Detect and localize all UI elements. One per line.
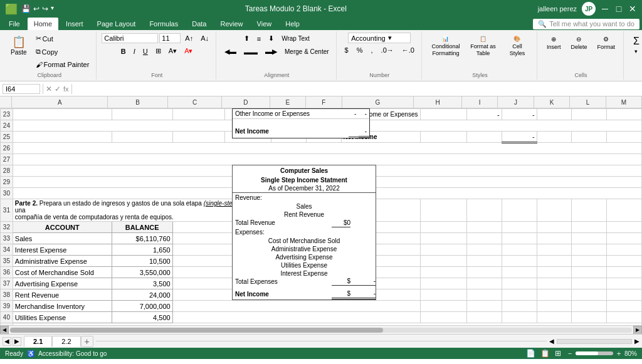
r25-a[interactable] <box>13 132 112 143</box>
r38-a[interactable]: Rent Revenue <box>13 289 112 301</box>
tab-data[interactable]: Data <box>186 18 213 30</box>
tab-help[interactable]: Help <box>279 18 306 30</box>
r37-b[interactable]: 3,500 <box>112 278 172 289</box>
format-cells-button[interactable]: ⚙ Format <box>592 33 619 69</box>
tab-home[interactable]: Home <box>28 18 58 30</box>
col-header-f[interactable]: F <box>306 96 342 108</box>
cut-button[interactable]: ✂ Cut <box>33 33 93 44</box>
r40-b[interactable]: 4,500 <box>112 312 172 323</box>
add-sheet-button[interactable]: + <box>81 336 93 347</box>
merge-center-button[interactable]: Merge & Center <box>282 46 332 57</box>
increase-font-button[interactable]: A↑ <box>182 33 196 44</box>
view-layout-icon[interactable]: 📋 <box>540 349 550 358</box>
r34-a[interactable]: Interest Expense <box>13 244 112 256</box>
insert-cells-button[interactable]: ⊕ Insert <box>542 33 566 69</box>
fill-color-button[interactable]: A▾ <box>166 45 180 57</box>
format-as-table-button[interactable]: 📋 Format as Table <box>466 33 500 69</box>
format-painter-button[interactable]: 🖌 Format Painter <box>33 59 93 70</box>
col-header-a[interactable]: A <box>12 96 108 108</box>
r38-b[interactable]: 24,000 <box>112 289 172 301</box>
scroll-right-btn[interactable]: ▶ <box>633 326 642 335</box>
r34-b[interactable]: 1,650 <box>112 244 172 256</box>
align-bottom-button[interactable]: ⬇ <box>265 33 277 44</box>
col-header-c[interactable]: C <box>168 96 222 108</box>
formula-input[interactable] <box>75 85 639 93</box>
r23-a[interactable] <box>13 109 112 120</box>
r23-m[interactable] <box>607 109 642 120</box>
cell-styles-button[interactable]: 🎨 Cell Styles <box>502 33 533 69</box>
col-header-j[interactable]: J <box>498 96 534 108</box>
align-middle-button[interactable]: ≡ <box>254 33 264 44</box>
col-header-k[interactable]: K <box>534 96 570 108</box>
close-icon[interactable]: ✕ <box>628 4 637 13</box>
percent-button[interactable]: % <box>354 44 366 56</box>
r39-a[interactable]: Merchandise Inventory <box>13 301 112 312</box>
save-icon[interactable]: 💾 <box>21 4 31 13</box>
insert-function-icon[interactable]: fx <box>63 85 69 93</box>
h-scrollbar[interactable]: ◀ ▶ <box>0 325 642 334</box>
wrap-text-button[interactable]: Wrap Text <box>278 33 313 44</box>
view-break-icon[interactable]: ⊞ <box>555 349 561 358</box>
r25-b[interactable] <box>112 132 172 143</box>
r23-j[interactable]: - <box>502 109 537 120</box>
font-size-input[interactable] <box>159 33 181 43</box>
view-normal-icon[interactable]: 📄 <box>526 349 535 358</box>
font-color-button[interactable]: A▾ <box>181 45 196 57</box>
undo-icon[interactable]: ↩ <box>33 4 39 13</box>
r25-h[interactable] <box>420 132 466 143</box>
tab-view[interactable]: View <box>251 18 278 30</box>
decrease-font-button[interactable]: A↓ <box>197 33 212 44</box>
redo-icon[interactable]: ↪ <box>42 4 48 13</box>
r32-balance[interactable]: BALANCE <box>112 222 172 233</box>
paste-button[interactable]: 📋 Paste <box>6 33 31 70</box>
border-button[interactable]: ⊞ <box>152 45 164 57</box>
scroll-left-btn[interactable]: ◀ <box>0 326 9 335</box>
col-header-i[interactable]: I <box>462 96 498 108</box>
r39-b[interactable]: 7,000,000 <box>112 301 172 312</box>
col-header-d[interactable]: D <box>222 96 270 108</box>
r23-i[interactable]: - <box>466 109 502 120</box>
sheet-tab-2-1[interactable]: 2.1 <box>24 336 52 347</box>
h-scroll-thumb[interactable] <box>10 328 383 333</box>
confirm-formula-icon[interactable]: ✓ <box>55 85 61 93</box>
align-left-button[interactable]: ◀▬ <box>221 46 239 58</box>
col-header-b[interactable]: B <box>108 96 168 108</box>
underline-button[interactable]: U <box>140 46 151 57</box>
r33-a[interactable]: Sales <box>13 233 112 244</box>
maximize-icon[interactable]: □ <box>614 4 623 13</box>
col-header-g[interactable]: G <box>342 96 414 108</box>
cancel-formula-icon[interactable]: ✕ <box>46 85 52 93</box>
tab-insert[interactable]: Insert <box>60 18 90 30</box>
user-name[interactable]: jalleen perez <box>538 5 577 13</box>
scroll-sheets-right[interactable]: ▶ <box>13 337 21 346</box>
r36-b[interactable]: 3,550,000 <box>112 267 172 278</box>
col-header-l[interactable]: L <box>570 96 606 108</box>
r23-h[interactable] <box>420 109 466 120</box>
r25-m[interactable] <box>607 132 642 143</box>
scroll-sheets-left[interactable]: ◀ <box>3 337 11 346</box>
grid-scroll-area[interactable]: 23 Other Income or Expenses - - <box>0 108 642 334</box>
r40-a[interactable]: Utilities Expense <box>13 312 112 323</box>
r25-c[interactable] <box>172 132 224 143</box>
col-header-h[interactable]: H <box>414 96 462 108</box>
zoom-in-button[interactable]: ＋ <box>615 348 623 359</box>
italic-button[interactable]: I <box>130 46 139 57</box>
r35-b[interactable]: 10,500 <box>112 256 172 267</box>
align-right-button[interactable]: ▬▶ <box>262 46 280 58</box>
conditional-formatting-button[interactable]: 📊 Conditional Formatting <box>427 33 465 69</box>
col-header-m[interactable]: M <box>606 96 642 108</box>
font-name-input[interactable] <box>102 33 158 43</box>
bold-button[interactable]: B <box>118 46 129 57</box>
zoom-out-button[interactable]: － <box>566 348 574 359</box>
search-box[interactable]: 🔍 Tell me what you want to do <box>533 19 639 29</box>
r25-l[interactable] <box>572 132 607 143</box>
tab-review[interactable]: Review <box>214 18 249 30</box>
sum-button[interactable]: Σ ▾ <box>629 33 642 69</box>
copy-button[interactable]: ⧉ Copy <box>33 46 93 58</box>
page-scroll-left[interactable]: ◀ <box>549 338 554 345</box>
decrease-decimal-button[interactable]: ←.0 <box>399 44 418 56</box>
sheet-scrollbar[interactable] <box>557 339 632 344</box>
r23-b[interactable] <box>112 109 172 120</box>
number-format-dropdown[interactable]: Accounting ▾ <box>348 33 411 43</box>
comma-button[interactable]: , <box>368 44 376 56</box>
